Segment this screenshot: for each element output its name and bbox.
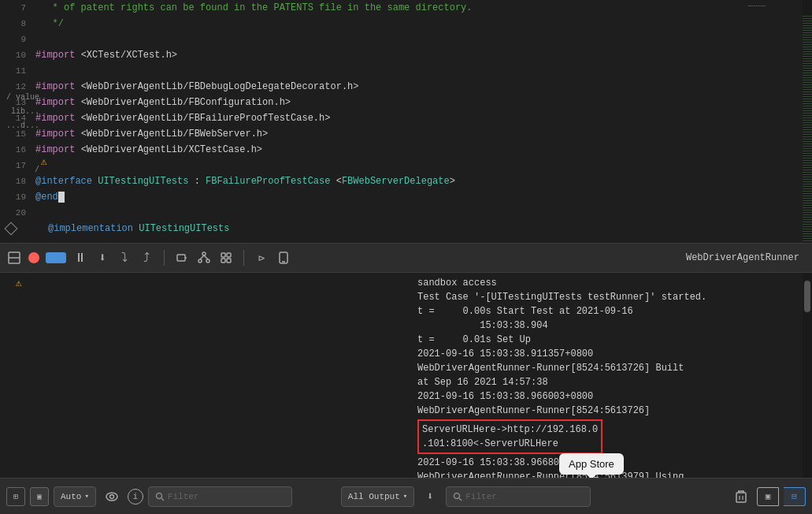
svg-line-20 [459, 498, 462, 501]
code-line-10: 10 #import <XCTest/XCTest.h> [0, 47, 812, 63]
left-label-d: ...d... [2, 121, 43, 130]
pause-icon[interactable]: ⏸ [72, 250, 88, 266]
output-chevron: ▾ [403, 492, 407, 501]
svg-point-4 [202, 252, 206, 255]
scrollbar-thumb[interactable] [804, 281, 810, 312]
status-bar: ⊞ ▣ Auto ▾ i Filter All Output ▾ ⬇ F [0, 478, 812, 514]
console-line-time: 15:03:38.904 [0, 318, 812, 333]
layout-icon[interactable] [6, 250, 22, 266]
svg-point-6 [206, 259, 209, 263]
code-line-11: 11 [0, 63, 812, 79]
code-line-16: 16 #import <WebDriverAgentLib/XCTestCase… [0, 142, 812, 158]
console-area: sandbox access Test Case '-[UITestingUIT… [0, 273, 812, 478]
auto-label: Auto [61, 492, 81, 501]
svg-rect-21 [736, 493, 746, 502]
console-line-t1: t = 0.01s Set Up [0, 333, 812, 347]
code-line-12: 12 #import <WebDriverAgentLib/FBDebugLog… [0, 79, 812, 95]
component-icon[interactable] [218, 250, 234, 266]
svg-rect-2 [177, 255, 185, 261]
console-content: sandbox access Test Case '-[UITestingUIT… [0, 273, 812, 478]
info-icon-btn[interactable]: i [128, 489, 143, 505]
left-label-value: / value [2, 93, 43, 102]
warning-badge-2: ⚠ [16, 276, 22, 290]
toolbar-divider-2 [243, 250, 244, 266]
svg-point-17 [156, 493, 161, 498]
auto-chevron: ▾ [84, 492, 88, 501]
step-button[interactable] [46, 252, 66, 263]
warning-badge-1: ⚠ [41, 155, 47, 169]
auto-dropdown[interactable]: Auto ▾ [54, 486, 96, 507]
editor-area: FBWebServerDelegate 7 * of patent rights… [0, 0, 812, 243]
code-line-19: 19 @end [0, 189, 812, 205]
code-line-13: 13 #import <WebDriverAgentLib/FBConfigur… [0, 95, 812, 110]
svg-line-8 [204, 255, 208, 259]
step-out-icon[interactable]: ⤴ [139, 250, 154, 266]
all-output-dropdown[interactable]: All Output ▾ [341, 486, 414, 507]
svg-rect-12 [227, 259, 231, 263]
svg-rect-10 [227, 253, 231, 257]
console-line-t0: t = 0.00s Start Test at 2021-09-16 [0, 304, 812, 318]
stop-button[interactable] [28, 252, 39, 263]
filter-input-1[interactable]: Filter [148, 486, 292, 507]
device-icon[interactable] [276, 250, 291, 266]
server-url-line2: .101:8100<-ServerURLHere [422, 437, 598, 451]
filter-placeholder-1: Filter [168, 492, 199, 501]
toolbar-divider-1 [164, 250, 165, 266]
svg-point-16 [109, 494, 113, 498]
server-url-box: ServerURLHere->http://192.168.0 .101:810… [417, 419, 603, 454]
code-lines: 7 * of patent rights can be found in the… [0, 0, 812, 237]
console-line-ts3: 2021-09-16 15:03:38.966804+0800 [0, 456, 812, 470]
screen-icon-2[interactable]: ▣ [30, 487, 49, 506]
app-store-tooltip-text: App Store [569, 458, 614, 470]
view-single-btn[interactable]: ▣ [757, 487, 779, 506]
filter-download-icon[interactable]: ⬇ [419, 486, 441, 508]
code-line-18: 18 @interface UITestingUITests : FBFailu… [0, 173, 812, 189]
app-store-tooltip: App Store [559, 453, 624, 475]
location-icon[interactable]: ⊳ [254, 250, 269, 266]
console-line-runner: WebDriverAgentRunner-Runner[8524:5613726… [0, 404, 812, 418]
console-line-built2: at Sep 16 2021 14:57:38 [0, 375, 812, 389]
filter-placeholder-2: Filter [465, 492, 497, 501]
left-label-slash: / [2, 166, 43, 174]
svg-point-15 [106, 493, 117, 501]
step-down-icon[interactable]: ⬇ [95, 250, 110, 266]
minimap-label: FBWebServerDelegate [748, 6, 766, 7]
breakpoint-icon[interactable] [174, 250, 190, 266]
console-line-using: WebDriverAgentRunner-Runner[8524:5613979… [0, 470, 812, 478]
svg-point-5 [198, 259, 202, 263]
share-icon[interactable] [196, 250, 212, 266]
code-line-8: 8 */ [0, 16, 812, 32]
minimap: FBWebServerDelegate [803, 0, 812, 243]
svg-point-19 [454, 493, 460, 498]
code-line-9: 9 [0, 32, 812, 47]
left-label-lib: lib... [2, 107, 43, 116]
code-line-7: 7 * of patent rights can be found in the… [0, 0, 812, 16]
console-line-ts1: 2021-09-16 15:03:38.911357+0800 [0, 347, 812, 361]
trash-icon-btn[interactable] [730, 486, 752, 508]
step-into-icon[interactable]: ⤵ [117, 250, 132, 266]
toolbar: ⏸ ⬇ ⤵ ⤴ ⊳ WebDriverAgentRunne [0, 243, 812, 273]
svg-rect-11 [221, 259, 225, 263]
console-line-testcase: Test Case '-[UITestingUITests testRunner… [0, 290, 812, 304]
svg-line-7 [200, 255, 204, 259]
svg-rect-9 [221, 253, 225, 257]
code-line-15: 15 #import <WebDriverAgentLib/FBWebServe… [0, 126, 812, 142]
filter-input-2[interactable]: Filter [446, 486, 590, 507]
toolbar-title: WebDriverAgentRunner [686, 252, 799, 263]
code-line-14: 14 #import <WebDriverAgentLib/FBFailureP… [0, 110, 812, 126]
console-line-built1: WebDriverAgentRunner-Runner[8524:5613726… [0, 361, 812, 375]
scrollbar[interactable] [803, 273, 812, 478]
screen-icon-1[interactable]: ⊞ [6, 487, 25, 506]
all-output-label: All Output [348, 492, 400, 501]
code-line-impl: . @implementation UITestingUITests [0, 221, 812, 237]
svg-line-18 [161, 498, 164, 501]
code-line-20: 20 [0, 205, 812, 221]
code-line-17: 17 [0, 158, 812, 173]
server-url-line1: ServerURLHere->http://192.168.0 [422, 423, 598, 437]
eye-icon-btn[interactable] [101, 486, 123, 508]
view-split-btn[interactable]: ⊟ [784, 487, 806, 506]
console-line-ts2: 2021-09-16 15:03:38.966003+0800 [0, 389, 812, 404]
console-line-sandbox: sandbox access [0, 276, 812, 290]
